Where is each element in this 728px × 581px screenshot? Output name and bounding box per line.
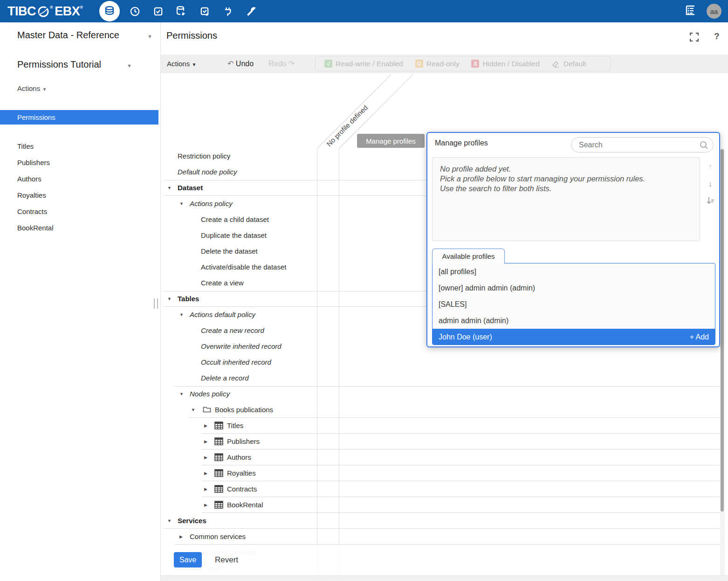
revert-button[interactable]: Revert <box>215 552 238 567</box>
expand-icon[interactable]: ▶ <box>179 529 183 545</box>
collapse-icon[interactable]: ▼ <box>179 307 184 323</box>
legend-hidden[interactable]: X Hidden / Disabled <box>465 60 545 68</box>
profile-item-selected[interactable]: John Doe (user) + Add <box>433 329 715 345</box>
tree-row-label[interactable]: Services <box>178 513 206 529</box>
redo-button[interactable]: Redo ↷ <box>268 55 295 73</box>
data-model-icon[interactable] <box>173 3 190 20</box>
collapse-icon[interactable]: ▼ <box>167 513 172 529</box>
tree-row: ▶Authors <box>161 450 728 465</box>
tree-row-label[interactable]: Royalties <box>227 465 256 481</box>
popup-title: Manage profiles <box>435 139 488 147</box>
selected-profiles-empty-box: No profile added yet. Pick a profile bel… <box>432 157 700 241</box>
sidebar-item-permissions[interactable]: Permissions <box>0 110 158 124</box>
available-profiles-list: [all profiles] [owner] admin admin (admi… <box>432 263 715 345</box>
integration-icon[interactable] <box>220 3 236 20</box>
tree-row-label[interactable]: Actions default policy <box>190 307 255 323</box>
dataspace-selector[interactable]: Master Data - Reference <box>17 30 119 41</box>
tree-row-label[interactable]: Delete a record <box>201 370 249 386</box>
tree-row-label[interactable]: Dataset <box>178 180 203 196</box>
sidebar: Master Data - Reference ▼ Permissions Tu… <box>0 22 161 581</box>
tree-row-label[interactable]: Publishers <box>227 434 260 450</box>
tree-row-label[interactable]: Occult inherited record <box>201 354 271 370</box>
profile-item[interactable]: [owner] admin admin (admin) <box>433 280 715 296</box>
tasks-icon[interactable] <box>150 3 166 20</box>
tree-row-label[interactable]: Common services <box>190 529 246 545</box>
move-down-icon[interactable]: ↓ <box>708 179 713 189</box>
tab-available-profiles[interactable]: Available profiles <box>432 249 505 263</box>
collapse-icon[interactable]: ▼ <box>167 291 172 307</box>
profile-item[interactable]: [SALES] <box>433 296 715 312</box>
tree-row-label[interactable]: Tables <box>178 291 199 307</box>
profile-item[interactable]: [all profiles] <box>433 263 715 280</box>
save-button[interactable]: Save <box>174 552 202 567</box>
dataset-selector[interactable]: Permissions Tutorial <box>17 59 101 70</box>
legend-read-write[interactable]: √ Read-write / Enabled <box>318 60 409 68</box>
table-icon <box>214 469 223 479</box>
read-write-icon: √ <box>324 60 332 68</box>
tree-row-label[interactable]: Contracts <box>227 481 257 497</box>
expand-icon[interactable]: ▶ <box>204 497 207 513</box>
sidebar-item-bookrental[interactable]: BookRental <box>0 220 158 236</box>
tree-row: ▶Titles <box>161 418 728 434</box>
tree-row-label[interactable]: Overwrite inherited record <box>201 339 282 354</box>
tree-row-label[interactable]: Create a child dataset <box>201 212 269 228</box>
profile-item[interactable]: admin admin (admin) <box>433 312 715 329</box>
tree-row-label[interactable]: Nodes policy <box>190 386 230 402</box>
tree-row: ▼Books publications <box>161 402 728 418</box>
administration-icon[interactable] <box>243 3 260 20</box>
fullscreen-icon[interactable] <box>690 33 699 43</box>
table-icon <box>214 453 223 463</box>
sidebar-resize-handle[interactable] <box>154 298 158 309</box>
tree-row-label[interactable]: Create a view <box>201 275 244 291</box>
tree-row-label[interactable]: Default node policy <box>178 164 237 180</box>
tree-row-label[interactable]: Create a new record <box>201 323 264 339</box>
sidebar-item-royalties[interactable]: Royalties <box>0 187 158 203</box>
history-icon[interactable] <box>126 3 143 20</box>
tree-row-label[interactable]: Restriction policy <box>178 148 230 164</box>
top-navigation-icons <box>99 1 260 21</box>
tree-row-label[interactable]: BookRental <box>227 497 263 513</box>
registered-mark: ® <box>50 5 53 10</box>
profile-order-controls: ↑ ↓ <box>704 162 716 205</box>
move-up-icon[interactable]: ↑ <box>708 162 713 172</box>
profile-search-input[interactable] <box>579 138 695 152</box>
expand-icon[interactable]: ▶ <box>204 481 207 497</box>
legend-default[interactable]: Default <box>546 60 592 68</box>
user-avatar[interactable]: aa <box>707 4 721 19</box>
perspective-list-icon[interactable] <box>684 4 696 18</box>
tree-row-label[interactable]: Actions policy <box>190 196 233 212</box>
top-bar-right: aa <box>684 4 721 19</box>
collapse-icon[interactable]: ▼ <box>191 402 195 418</box>
undo-button[interactable]: ↶ Undo <box>227 55 254 73</box>
tree-row-label[interactable]: Duplicate the dataset <box>201 228 267 243</box>
profile-search-box[interactable] <box>571 137 714 152</box>
registered-mark: ® <box>80 5 82 10</box>
help-icon[interactable]: ? <box>714 31 720 42</box>
tree-row-label[interactable]: Authors <box>227 450 251 465</box>
tree-row-label[interactable]: Titles <box>227 418 243 434</box>
sidebar-item-titles[interactable]: Titles <box>0 138 158 154</box>
tibco-ebx-logo: TIBC® EBX® <box>7 4 82 19</box>
sidebar-item-contracts[interactable]: Contracts <box>0 203 158 220</box>
manage-profiles-button[interactable]: Manage profiles <box>357 134 425 148</box>
tree-row-label[interactable]: Activate/disable the dataset <box>201 259 286 275</box>
sidebar-item-authors[interactable]: Authors <box>0 171 158 187</box>
tree-row-label[interactable]: Delete the dataset <box>201 243 258 259</box>
data-icon[interactable] <box>99 1 120 21</box>
legend-read-only[interactable]: O Read-only <box>409 60 466 68</box>
expand-icon[interactable]: ▶ <box>204 418 207 434</box>
expand-icon[interactable]: ▶ <box>204 450 207 465</box>
collapse-icon[interactable]: ▼ <box>167 180 172 196</box>
data-validation-icon[interactable] <box>196 3 213 20</box>
collapse-icon[interactable]: ▼ <box>179 386 184 402</box>
search-icon <box>700 141 708 150</box>
expand-icon[interactable]: ▶ <box>204 434 207 450</box>
toolbar-actions-menu[interactable]: Actions ▼ <box>167 55 196 74</box>
sidebar-item-publishers[interactable]: Publishers <box>0 154 158 171</box>
expand-icon[interactable]: ▶ <box>204 465 207 481</box>
collapse-icon[interactable]: ▼ <box>179 196 184 212</box>
sidebar-actions-menu[interactable]: Actions ▼ <box>17 84 47 92</box>
sort-icon[interactable] <box>706 196 715 205</box>
tree-row-label[interactable]: Books publications <box>215 402 273 418</box>
add-profile-button[interactable]: + Add <box>690 329 709 345</box>
